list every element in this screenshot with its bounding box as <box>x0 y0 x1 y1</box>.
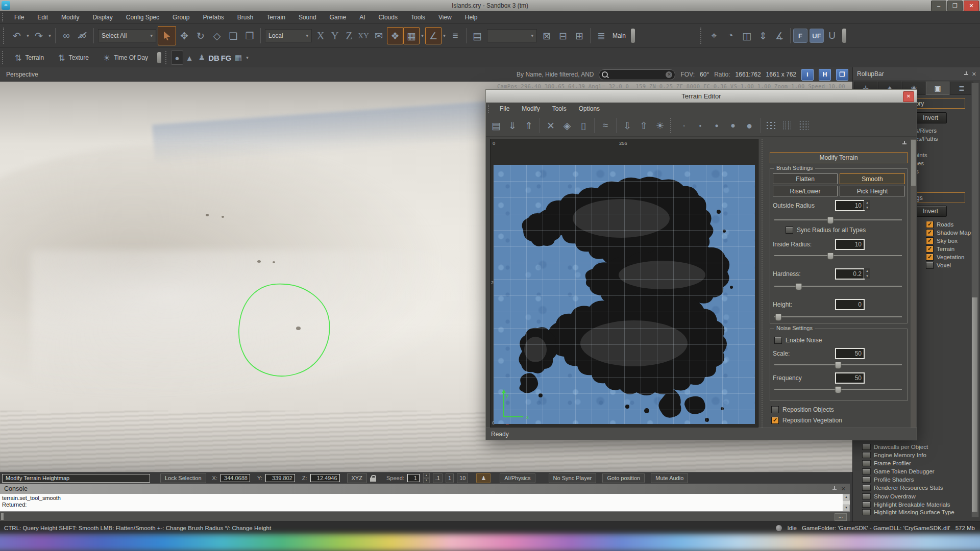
menu-edit[interactable]: Edit <box>31 11 55 23</box>
scale-slider[interactable] <box>774 361 902 368</box>
terrain-peaks-button[interactable]: ▲ <box>183 51 195 65</box>
terrain-button[interactable]: ⇅ Terrain <box>8 51 51 65</box>
debug-list-item[interactable]: Frame Profiler <box>862 460 911 466</box>
follow-terrain-button[interactable]: ✉ <box>371 27 387 44</box>
scroll-down-icon[interactable]: ▾ <box>843 505 850 511</box>
align-selection-button[interactable]: ≡ <box>447 27 463 44</box>
debug-list-item[interactable]: Renderer Resources Stats <box>862 485 943 491</box>
menu-modify[interactable]: Modify <box>55 11 86 23</box>
axis-x-button[interactable]: X <box>313 27 328 44</box>
debug-list-item[interactable]: Highlight Missing Surface Type <box>862 509 954 515</box>
checkbox-icon[interactable] <box>862 485 871 491</box>
axis-xy-button[interactable]: XY <box>356 27 371 44</box>
invert-categories-button[interactable]: Invert <box>914 112 947 123</box>
speed-preset-01[interactable]: .1 <box>433 473 443 483</box>
remove-from-db-button[interactable]: ⊠ <box>538 27 555 44</box>
brush-size-3-button[interactable]: ● <box>708 117 725 134</box>
grid-settings-caret[interactable]: ▾ <box>244 50 250 65</box>
checkbox-checked-icon[interactable] <box>771 417 779 424</box>
menu-game[interactable]: Game <box>323 11 353 23</box>
smooth-tool-button[interactable]: ⇧ <box>635 117 652 134</box>
checkbox-checked-icon[interactable] <box>926 254 934 261</box>
render-flag-item[interactable]: Voxel <box>926 262 951 269</box>
no-sync-player-button[interactable]: No Sync Player <box>549 473 597 483</box>
undo-button[interactable]: ↶ <box>9 27 25 44</box>
object-height-button[interactable]: ⇕ <box>755 27 771 44</box>
rotate-tool-button[interactable]: ↻ <box>192 27 209 44</box>
checkbox-icon[interactable] <box>862 468 871 474</box>
magnet-snap-button[interactable]: U <box>824 27 840 44</box>
brush-size-4-button[interactable]: ● <box>725 117 741 134</box>
goto-position-button[interactable]: Goto position <box>602 473 645 483</box>
terrain-editor-window[interactable]: Terrain Editor ✕ File Modify Tools Optio… <box>485 89 917 440</box>
close-icon[interactable]: ✕ <box>972 71 976 78</box>
menu-brush[interactable]: Brush <box>231 11 260 23</box>
checkbox-icon[interactable] <box>862 477 871 483</box>
select-object-button[interactable]: ❏ <box>225 27 241 44</box>
flatten-brush-button[interactable]: Flatten <box>773 173 838 184</box>
axis-y-button[interactable]: Y <box>328 27 342 44</box>
toolbar-scroll-nub[interactable] <box>842 29 846 43</box>
database-view-button[interactable]: DB <box>208 51 220 65</box>
character-editor-button[interactable]: ♟ <box>195 51 208 65</box>
brush-size-1-button[interactable]: ● <box>676 117 692 134</box>
brush-pattern-dense-button[interactable] <box>796 117 812 134</box>
scale-input[interactable]: 50 <box>835 348 865 359</box>
smooth-brush-button[interactable]: Smooth <box>840 173 905 184</box>
render-flag-item[interactable]: Roads <box>926 221 953 228</box>
terrain-editor-titlebar[interactable]: Terrain Editor ✕ <box>486 90 917 103</box>
menu-tools[interactable]: Tools <box>404 11 432 23</box>
render-flag-item[interactable]: Sky box <box>926 237 958 244</box>
snap-grid-caret[interactable]: ▾ <box>420 28 425 43</box>
sun-trajectory-button[interactable]: ☀ <box>652 117 668 134</box>
goto-selection-button[interactable]: ⌖ <box>706 27 722 44</box>
debug-list-item[interactable]: Highlight Breakable Materials <box>862 502 950 508</box>
export-heightmap-button[interactable]: ⇑ <box>521 117 537 134</box>
x-coord-value[interactable]: 344.0688 <box>220 474 250 482</box>
spinner-down-icon[interactable]: ▾ <box>423 478 430 483</box>
debug-list-item[interactable]: Show Overdraw <box>862 493 916 499</box>
checkbox-icon[interactable] <box>862 493 871 499</box>
freeze-button[interactable]: F <box>793 29 807 43</box>
console-scrollbar[interactable]: ▴ ▾ <box>843 494 850 511</box>
menu-file[interactable]: File <box>8 11 31 23</box>
clear-search-icon[interactable]: ✕ <box>666 71 672 78</box>
import-selected-button[interactable]: ⊞ <box>571 27 587 44</box>
coord-lock-icon[interactable] <box>370 475 376 482</box>
measure-angle-button[interactable]: ∡ <box>771 27 788 44</box>
filter-mode-label[interactable]: By Name, Hide filtered, AND <box>517 71 594 78</box>
viewport-info-button[interactable]: i <box>801 69 814 81</box>
render-flag-item[interactable]: Shadow Maps <box>926 229 974 236</box>
lock-selection-button[interactable]: Lock Selection <box>160 473 206 483</box>
time-of-day-button[interactable]: ☀ Time Of Day <box>96 51 155 65</box>
speed-spinner[interactable]: ▴▾ <box>423 473 430 483</box>
terrain-editor-close-button[interactable]: ✕ <box>903 91 914 102</box>
redo-button[interactable]: ↷ <box>31 27 47 44</box>
unfreeze-button[interactable]: UF <box>810 29 824 43</box>
drag-handle[interactable] <box>670 118 674 133</box>
mute-audio-button[interactable]: Mute Audio <box>651 473 688 483</box>
hardness-slider[interactable] <box>774 283 902 290</box>
checkbox-checked-icon[interactable] <box>926 245 934 253</box>
frequency-input[interactable]: 50 <box>835 372 865 384</box>
scroll-up-icon[interactable]: ▴ <box>843 494 850 500</box>
toolbar-drag-handle[interactable] <box>700 28 704 44</box>
console-more-button[interactable]: ... <box>835 513 847 521</box>
redo-history-caret[interactable]: ▾ <box>47 28 53 43</box>
menu-prefabs[interactable]: Prefabs <box>196 11 230 23</box>
viewport-restore-button[interactable]: ❐ <box>836 69 848 81</box>
hardness-input[interactable]: 0.2 <box>835 268 865 280</box>
reposition-objects-checkbox[interactable]: Reposition Objects <box>771 406 834 413</box>
link-button[interactable]: ∞ <box>58 27 75 44</box>
hardness-spinner[interactable]: ▴▾ <box>864 268 870 279</box>
move-tool-button[interactable]: ✥ <box>176 27 192 44</box>
texture-button[interactable]: ⇅ Texture <box>51 51 96 65</box>
height-slider[interactable] <box>774 313 902 320</box>
z-coord-value[interactable]: 12.4946 <box>310 474 340 482</box>
frequency-slider[interactable] <box>774 386 902 393</box>
open-terrain-button[interactable]: ▤ <box>488 117 504 134</box>
debug-list-item[interactable]: Drawcalls per Object <box>862 444 928 450</box>
checkbox-checked-icon[interactable] <box>926 229 934 236</box>
spinner-down-icon[interactable]: ▾ <box>864 273 870 279</box>
checkbox-icon[interactable] <box>771 406 779 413</box>
